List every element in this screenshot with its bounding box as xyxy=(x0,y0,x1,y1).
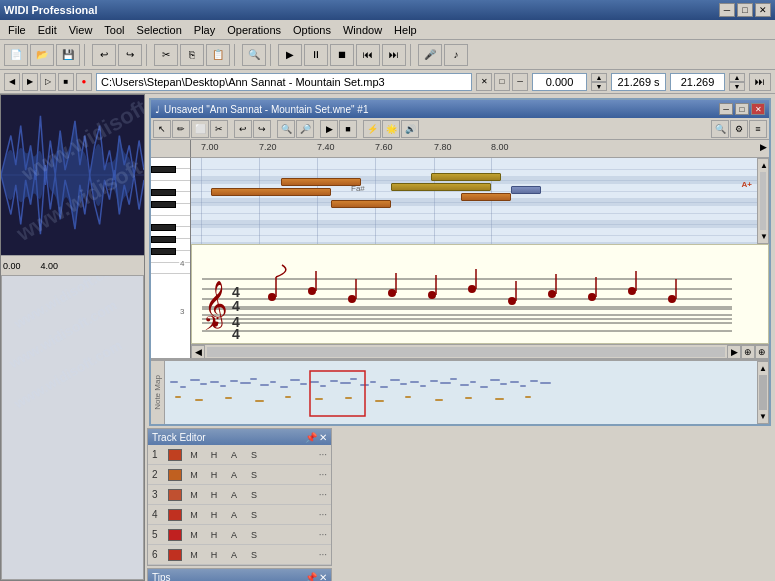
piano-key-d-sharp[interactable] xyxy=(151,224,176,231)
file-next-button[interactable]: ▶ xyxy=(22,73,38,91)
midi-more3[interactable]: 🔊 xyxy=(401,120,419,138)
time2-down[interactable]: ▼ xyxy=(729,82,745,91)
track-a-4[interactable]: A xyxy=(226,508,242,522)
track-a-1[interactable]: A xyxy=(226,448,242,462)
track-dots-4[interactable]: ··· xyxy=(319,509,327,520)
redo-button[interactable]: ↪ xyxy=(118,44,142,66)
save-button[interactable]: 💾 xyxy=(56,44,80,66)
file-rec-button[interactable]: ● xyxy=(76,73,92,91)
piano-key-b-flat[interactable] xyxy=(151,166,176,173)
skip-end-button[interactable]: ⏭ xyxy=(749,73,771,91)
track-h-1[interactable]: H xyxy=(206,448,222,462)
track-m-6[interactable]: M xyxy=(186,548,202,562)
track-dots-1[interactable]: ··· xyxy=(319,449,327,460)
track-s-5[interactable]: S xyxy=(246,528,262,542)
note-map-scroll-thumb[interactable] xyxy=(759,375,767,410)
midi-undo[interactable]: ↩ xyxy=(234,120,252,138)
note-block-2[interactable] xyxy=(281,178,361,186)
minimize-button[interactable]: ─ xyxy=(719,3,735,17)
file-min-button[interactable]: ─ xyxy=(512,73,528,91)
track-dots-3[interactable]: ··· xyxy=(319,489,327,500)
menu-edit[interactable]: Edit xyxy=(32,22,63,38)
scroll-thumb[interactable] xyxy=(760,172,766,230)
grid-scroll-right[interactable]: ▶ xyxy=(760,142,767,152)
scroll-right[interactable]: ▶ xyxy=(727,345,741,359)
midi-stop[interactable]: ■ xyxy=(339,120,357,138)
note-map-scroll-down[interactable]: ▼ xyxy=(759,412,767,421)
v-scrollbar[interactable]: ▲ ▼ xyxy=(757,158,769,244)
tool2-button[interactable]: ⏸ xyxy=(304,44,328,66)
track-h-5[interactable]: H xyxy=(206,528,222,542)
midi-more1[interactable]: ⚡ xyxy=(363,120,381,138)
midi-zoom-out[interactable]: 🔎 xyxy=(296,120,314,138)
note-block-7[interactable] xyxy=(511,186,541,194)
scroll-down[interactable]: ▼ xyxy=(760,232,766,241)
track-m-3[interactable]: M xyxy=(186,488,202,502)
tips-pin[interactable]: 📌 xyxy=(305,572,317,582)
track-a-2[interactable]: A xyxy=(226,468,242,482)
track-s-4[interactable]: S xyxy=(246,508,262,522)
time-down[interactable]: ▼ xyxy=(591,82,607,91)
file-max-button[interactable]: □ xyxy=(494,73,510,91)
midi-settings3[interactable]: ≡ xyxy=(749,120,767,138)
note-grid-area[interactable]: A+ Fa# ▲ ▼ xyxy=(191,158,769,244)
track-editor-pin[interactable]: 📌 xyxy=(305,432,317,443)
track-editor-close[interactable]: ✕ xyxy=(319,432,327,443)
file-prev-button[interactable]: ◀ xyxy=(4,73,20,91)
midi-tool-arrow[interactable]: ↖ xyxy=(153,120,171,138)
track-s-1[interactable]: S xyxy=(246,448,262,462)
copy-button[interactable]: ⎘ xyxy=(180,44,204,66)
piano-key-g-sharp[interactable] xyxy=(151,189,176,196)
midi-settings2[interactable]: ⚙ xyxy=(730,120,748,138)
track-m-2[interactable]: M xyxy=(186,468,202,482)
note-block-3[interactable] xyxy=(331,200,391,208)
menu-options[interactable]: Options xyxy=(287,22,337,38)
note-map-scroll-up[interactable]: ▲ xyxy=(759,364,767,373)
scroll-left[interactable]: ◀ xyxy=(191,345,205,359)
menu-play[interactable]: Play xyxy=(188,22,221,38)
midi-settings1[interactable]: 🔍 xyxy=(711,120,729,138)
maximize-button[interactable]: □ xyxy=(737,3,753,17)
track-a-3[interactable]: A xyxy=(226,488,242,502)
time-start[interactable]: 0.000 xyxy=(532,73,587,91)
mic-button[interactable]: 🎤 xyxy=(418,44,442,66)
note-block-4[interactable] xyxy=(391,183,491,191)
menu-help[interactable]: Help xyxy=(388,22,423,38)
file-close-button[interactable]: ✕ xyxy=(476,73,492,91)
open-button[interactable]: 📂 xyxy=(30,44,54,66)
track-dots-2[interactable]: ··· xyxy=(319,469,327,480)
cut-button[interactable]: ✂ xyxy=(154,44,178,66)
tool5-button[interactable]: ⏭ xyxy=(382,44,406,66)
track-s-2[interactable]: S xyxy=(246,468,262,482)
track-dots-6[interactable]: ··· xyxy=(319,549,327,560)
track-m-4[interactable]: M xyxy=(186,508,202,522)
piano-key-b-flat2[interactable] xyxy=(151,248,176,255)
file-stop-button[interactable]: ■ xyxy=(58,73,74,91)
search-button[interactable]: 🔍 xyxy=(242,44,266,66)
midi-tool-cut[interactable]: ✂ xyxy=(210,120,228,138)
track-s-6[interactable]: S xyxy=(246,548,262,562)
tool3-button[interactable]: ⏹ xyxy=(330,44,354,66)
time2-up[interactable]: ▲ xyxy=(729,73,745,82)
new-button[interactable]: 📄 xyxy=(4,44,28,66)
track-dots-5[interactable]: ··· xyxy=(319,529,327,540)
paste-button[interactable]: 📋 xyxy=(206,44,230,66)
time-up[interactable]: ▲ xyxy=(591,73,607,82)
menu-window[interactable]: Window xyxy=(337,22,388,38)
close-button[interactable]: ✕ xyxy=(755,3,771,17)
track-h-4[interactable]: H xyxy=(206,508,222,522)
piano-key-f-sharp[interactable] xyxy=(151,201,176,208)
midi-zoom-in[interactable]: 🔍 xyxy=(277,120,295,138)
track-m-5[interactable]: M xyxy=(186,528,202,542)
undo-button[interactable]: ↩ xyxy=(92,44,116,66)
track-h-3[interactable]: H xyxy=(206,488,222,502)
scroll-up[interactable]: ▲ xyxy=(760,161,766,170)
menu-selection[interactable]: Selection xyxy=(131,22,188,38)
note-map-scrollbar[interactable]: ▲ ▼ xyxy=(757,361,769,424)
midi-play[interactable]: ▶ xyxy=(320,120,338,138)
tips-close[interactable]: ✕ xyxy=(319,572,327,582)
piano-key-c-sharp[interactable] xyxy=(151,236,176,243)
tool1-button[interactable]: ▶ xyxy=(278,44,302,66)
track-a-6[interactable]: A xyxy=(226,548,242,562)
midi-redo[interactable]: ↪ xyxy=(253,120,271,138)
